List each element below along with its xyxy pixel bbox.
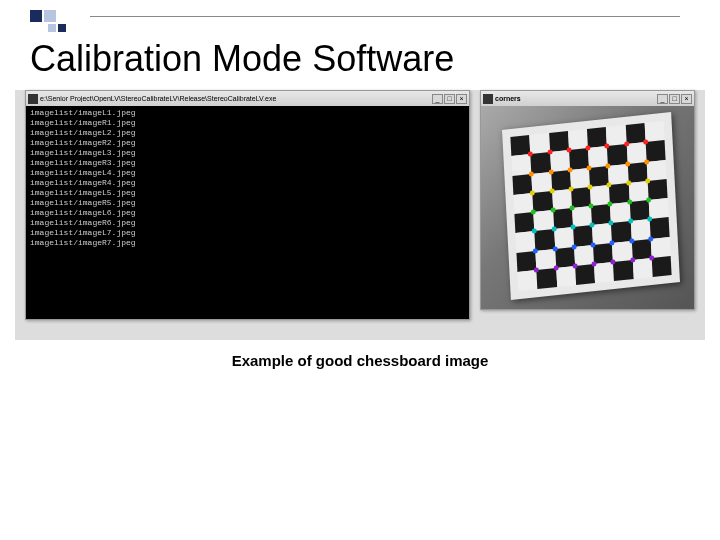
chess-square xyxy=(534,210,554,231)
minimize-button[interactable]: _ xyxy=(657,94,668,104)
close-button[interactable]: × xyxy=(456,94,467,104)
minimize-button[interactable]: _ xyxy=(432,94,443,104)
chess-square xyxy=(590,185,610,206)
chess-square xyxy=(587,127,607,148)
chess-square xyxy=(588,146,608,167)
close-button[interactable]: × xyxy=(681,94,692,104)
chess-square xyxy=(511,154,531,175)
console-titlebar[interactable]: e:\Senior Project\OpenLV\StereoCalibrate… xyxy=(26,91,469,106)
console-output: imagelist/imageL1.jpeg imagelist/imageR1… xyxy=(26,106,469,319)
chess-square xyxy=(650,236,670,257)
maximize-button[interactable]: □ xyxy=(669,94,680,104)
corners-image xyxy=(481,106,694,309)
chess-square xyxy=(613,260,633,281)
chess-square xyxy=(594,262,614,283)
chess-square xyxy=(593,242,613,263)
chess-square xyxy=(609,183,629,204)
chess-square xyxy=(651,256,671,277)
corners-window[interactable]: corners _ □ × xyxy=(480,90,695,310)
chess-square xyxy=(644,121,664,142)
chess-square xyxy=(532,172,552,193)
chess-square xyxy=(556,266,576,287)
chess-square xyxy=(516,251,536,272)
chess-square xyxy=(550,150,570,171)
chess-square xyxy=(631,238,651,259)
chess-square xyxy=(627,161,647,182)
chess-square xyxy=(510,135,530,156)
accent-square xyxy=(48,24,56,32)
chess-square xyxy=(533,191,553,212)
chessboard xyxy=(502,112,680,300)
chess-square xyxy=(536,249,556,270)
chess-square xyxy=(649,217,669,238)
chess-square xyxy=(646,159,666,180)
chess-square xyxy=(629,200,649,221)
chess-square xyxy=(607,144,627,165)
chess-square xyxy=(608,163,628,184)
chess-square xyxy=(514,212,534,233)
chess-square xyxy=(568,129,588,150)
console-title: e:\Senior Project\OpenLV\StereoCalibrate… xyxy=(40,95,276,102)
corners-titlebar[interactable]: corners _ □ × xyxy=(481,91,694,106)
slide-accent xyxy=(30,10,66,32)
chess-square xyxy=(610,202,630,223)
chess-square xyxy=(554,227,574,248)
chess-square xyxy=(537,268,557,289)
chess-square xyxy=(592,223,612,244)
caption: Example of good chessboard image xyxy=(0,352,720,369)
chess-square xyxy=(575,264,595,285)
chess-square xyxy=(612,240,632,261)
chess-square xyxy=(628,181,648,202)
console-window[interactable]: e:\Senior Project\OpenLV\StereoCalibrate… xyxy=(25,90,470,320)
chess-square xyxy=(549,131,569,152)
chess-square xyxy=(572,206,592,227)
chess-square xyxy=(531,152,551,173)
chess-square xyxy=(553,208,573,229)
accent-square xyxy=(30,10,42,22)
chess-square xyxy=(512,174,532,195)
chess-square xyxy=(626,142,646,163)
chess-square xyxy=(611,221,631,242)
chess-square xyxy=(517,270,537,291)
chess-square xyxy=(573,225,593,246)
accent-line xyxy=(90,16,680,17)
corners-title: corners xyxy=(495,95,521,102)
chess-square xyxy=(647,179,667,200)
app-icon xyxy=(28,94,38,104)
chess-square xyxy=(606,125,626,146)
chess-square xyxy=(551,170,571,191)
chess-square xyxy=(570,168,590,189)
chess-square xyxy=(530,133,550,154)
app-icon xyxy=(483,94,493,104)
chess-square xyxy=(625,123,645,144)
chess-square xyxy=(648,198,668,219)
maximize-button[interactable]: □ xyxy=(444,94,455,104)
chess-square xyxy=(630,219,650,240)
slide-title: Calibration Mode Software xyxy=(30,38,454,80)
chess-square xyxy=(552,189,572,210)
chess-square xyxy=(589,165,609,186)
chess-square xyxy=(571,187,591,208)
accent-square xyxy=(58,24,66,32)
chess-square xyxy=(591,204,611,225)
chess-square xyxy=(555,247,575,268)
screenshot-area: e:\Senior Project\OpenLV\StereoCalibrate… xyxy=(15,90,705,340)
chess-square xyxy=(645,140,665,161)
chess-square xyxy=(569,148,589,169)
chess-square xyxy=(513,193,533,214)
chess-square xyxy=(574,245,594,266)
accent-square xyxy=(44,10,56,22)
chess-square xyxy=(632,258,652,279)
chess-square xyxy=(515,231,535,252)
chess-square xyxy=(535,229,555,250)
